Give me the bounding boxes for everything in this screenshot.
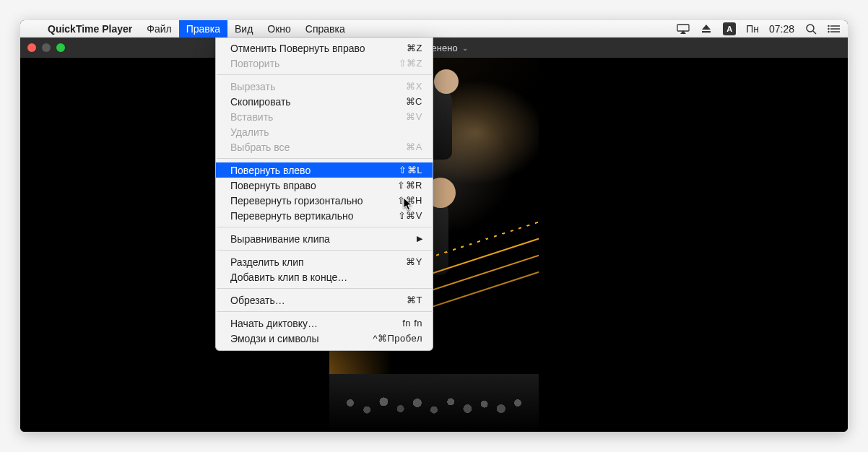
menu-flip-horizontal[interactable]: Перевернуть горизонтально ⇧⌘H [216,193,433,208]
menu-redo: Повторить ⇧⌘Z [216,56,433,71]
menubar-help[interactable]: Справка [298,20,352,38]
menu-delete: Удалить [216,124,433,139]
menu-emoji-symbols[interactable]: Эмодзи и символы ^⌘Пробел [216,331,433,346]
svg-point-9 [828,25,829,26]
menu-split-clip[interactable]: Разделить клип ⌘Y [216,254,433,269]
menu-add-clip-end[interactable]: Добавить клип в конце… [216,269,433,284]
window-titlebar: — Изменено ⌄ [20,38,848,58]
app-name[interactable]: QuickTime Player [40,20,139,38]
menu-separator [217,74,432,75]
svg-rect-3 [702,31,711,32]
spotlight-icon[interactable] [804,22,817,35]
submenu-arrow-icon: ▶ [417,234,422,243]
input-source-indicator[interactable]: A [723,22,736,35]
menu-select-all: Выбрать все ⌘A [216,139,433,155]
app-window: QuickTime Player Файл Правка Вид Окно Сп… [20,20,848,432]
clock-day[interactable]: Пн [746,23,759,35]
menu-flip-vertical[interactable]: Перевернуть вертикально ⇧⌘V [216,208,433,223]
window-controls [27,43,65,52]
menu-copy[interactable]: Скопировать ⌘C [216,94,433,109]
menu-undo[interactable]: Отменить Повернуть вправо ⌘Z [216,40,433,56]
menu-rotate-left[interactable]: Повернуть влево ⇧⌘L [216,162,433,178]
menu-separator [217,158,432,159]
menu-separator [217,288,432,289]
menu-list-icon[interactable] [828,22,841,35]
menu-separator [217,311,432,312]
edit-dropdown-menu: Отменить Повернуть вправо ⌘Z Повторить ⇧… [215,38,433,351]
clock-time[interactable]: 07:28 [769,23,794,35]
menubar-view[interactable]: Вид [227,20,260,38]
menubar-window[interactable]: Окно [260,20,298,38]
menubar-status-area: A Пн 07:28 [677,22,841,35]
svg-marker-2 [702,25,711,30]
menu-start-dictation[interactable]: Начать диктовку… fn fn [216,316,433,331]
svg-rect-0 [677,25,689,31]
svg-point-11 [828,30,829,32]
svg-line-5 [813,31,816,34]
system-menubar: QuickTime Player Файл Правка Вид Окно Сп… [20,20,848,38]
close-button[interactable] [27,43,36,52]
window-title: — Изменено ⌄ [20,43,848,53]
airplay-icon[interactable] [677,22,690,35]
chevron-down-icon[interactable]: ⌄ [462,44,468,52]
eject-icon[interactable] [700,22,713,35]
menubar-file[interactable]: Файл [139,20,178,38]
menu-rotate-right[interactable]: Повернуть вправо ⇧⌘R [216,178,433,193]
menu-separator [217,227,432,227]
minimize-button[interactable] [42,43,51,52]
menu-trim[interactable]: Обрезать… ⌘T [216,292,433,308]
svg-point-10 [828,27,829,29]
zoom-button[interactable] [56,43,65,52]
menu-separator [217,250,432,251]
menu-clip-alignment[interactable]: Выравнивание клипа ▶ [216,231,433,246]
svg-point-4 [807,25,814,32]
menu-paste: Вставить ⌘V [216,109,433,124]
menu-cut: Вырезать ⌘X [216,79,433,94]
video-viewport[interactable] [20,58,848,432]
menubar-edit[interactable]: Правка [179,20,227,38]
